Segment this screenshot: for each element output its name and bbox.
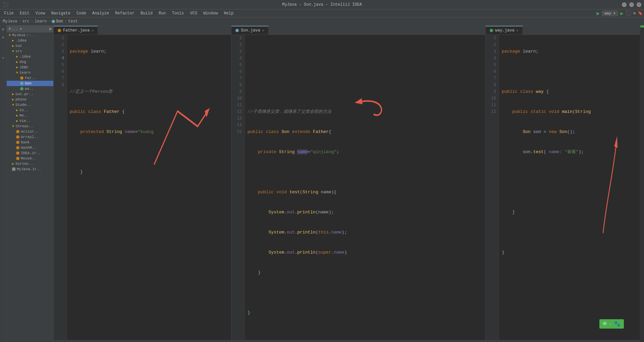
sidebar-stude[interactable]: ▼ Stude.. <box>7 102 53 108</box>
structure-icon[interactable]: ≡ <box>2 36 4 40</box>
ln4: 4 <box>54 55 64 62</box>
father-code-area[interactable]: 1 2 3 4 5 6 7 8 package learn; // <box>54 35 231 340</box>
sidebar-hash[interactable]: HashM.. <box>7 145 53 150</box>
maximize-button[interactable]: □ <box>629 2 634 7</box>
close-button[interactable]: ✕ <box>637 2 641 7</box>
wln3: 3 <box>486 48 496 55</box>
sidebar-idea2[interactable]: ▶ .idea <box>7 54 53 59</box>
father-tab-icon <box>58 29 61 32</box>
menu-build[interactable]: Build <box>138 10 155 16</box>
sidebar-action[interactable]: Actior.. <box>7 129 53 134</box>
son-code-area[interactable]: 1 2 3 4 5 6 7 8 9 10 11 12 13 <box>231 35 485 340</box>
father-code[interactable]: package learn; //定义一个Person类 public clas… <box>67 35 231 340</box>
menu-vcs[interactable]: VCS <box>187 10 200 16</box>
window-controls[interactable]: ─ □ ✕ <box>622 2 641 7</box>
sln14: 14 <box>231 122 242 129</box>
father-scrollbar[interactable] <box>54 340 231 342</box>
run-icon[interactable]: ▶ <box>596 10 600 17</box>
tab-father[interactable]: Father.java ✕ <box>54 26 98 35</box>
debug-btn[interactable]: ⬛ <box>626 10 631 16</box>
run-config[interactable]: way ▾ <box>602 10 618 16</box>
minimize-button[interactable]: ─ <box>622 2 627 7</box>
breadcrumb-learn[interactable]: learn <box>35 19 47 24</box>
menu-tools[interactable]: Tools <box>169 10 187 16</box>
bookmark-btn[interactable]: 🔖 <box>638 11 643 16</box>
menu-edit[interactable]: Edit <box>17 10 32 16</box>
tab-way[interactable]: way.java ✕ <box>486 26 523 35</box>
tab-son[interactable]: Son.java ✕ <box>231 26 269 35</box>
sidebar-out[interactable]: ▶ out <box>7 43 53 49</box>
way-scrollbar[interactable] <box>486 340 640 342</box>
sidebar-me-label: Me.. <box>19 114 28 118</box>
sidebar-me[interactable]: ▶ Me.. <box>7 113 53 118</box>
settings-btn[interactable]: ⚙ <box>633 11 636 16</box>
sidebar-way[interactable]: wa.. <box>7 86 53 91</box>
sidebar-bank-label: bank <box>21 140 30 144</box>
sidebar-dog[interactable]: ▶ dog <box>7 59 53 65</box>
sidebar-learn[interactable]: ▼ learn <box>7 70 53 75</box>
sidebar-stude-label: Stude.. <box>15 103 31 107</box>
way-code-area[interactable]: 1 2 3 4 5 6 7 8 9 10 11 12 <box>486 35 640 340</box>
folder-icon: ▼ <box>12 125 14 128</box>
sidebar-son-label: Son <box>25 81 32 85</box>
menu-analyze[interactable]: Analyze <box>90 10 112 16</box>
project-header-btn[interactable]: ⚙ <box>49 27 51 31</box>
sidebar-father[interactable]: Fat.. <box>7 75 53 81</box>
java-icon-son <box>20 82 23 85</box>
sidebar-vie[interactable]: ▶ Vie.. <box>7 118 53 124</box>
father-tab-close[interactable]: ✕ <box>92 28 94 32</box>
sln1: 1 <box>231 35 242 42</box>
java-icon <box>16 135 19 139</box>
menu-help[interactable]: Help <box>221 10 236 16</box>
title-bar: ⬛ MyJava - Son.java - IntelliJ IDEA ─ □ … <box>0 0 644 9</box>
project-icon[interactable]: P <box>2 28 4 32</box>
project-header: P... ▾ ⚙ <box>7 25 53 32</box>
breadcrumb-src[interactable]: src <box>22 19 30 24</box>
sidebar-hash-label: HashM.. <box>21 146 36 150</box>
son-scrollbar[interactable] <box>231 340 485 342</box>
son-tab-close[interactable]: ✕ <box>262 28 264 32</box>
favorites-icon[interactable]: ★ <box>2 56 4 60</box>
wln11: 11 <box>486 102 496 109</box>
ln8: 8 <box>54 82 64 88</box>
sidebar-son[interactable]: Son <box>7 81 53 86</box>
way-code[interactable]: package learn; public class way { public… <box>499 35 640 340</box>
menu-code[interactable]: Code <box>74 10 89 16</box>
ime-icon: 🐾 <box>614 321 621 327</box>
menu-refactor[interactable]: Refactor <box>112 10 137 16</box>
ln1: 1 <box>54 35 64 42</box>
sidebar-threac[interactable]: ▼ threac.. <box>7 124 53 129</box>
sidebar-co[interactable]: ▶ Co.. <box>7 108 53 113</box>
way-tab-close[interactable]: ✕ <box>517 28 519 32</box>
breadcrumb-myjava[interactable]: MyJava <box>3 19 17 24</box>
sidebar-src-label: src <box>15 49 22 53</box>
sidebar-array[interactable]: Arrayl.. <box>7 134 53 140</box>
sidebar-idea3[interactable]: IDEA.ir.. <box>7 150 53 156</box>
menu-navigate[interactable]: Navigate <box>48 10 73 16</box>
menu-file[interactable]: File <box>1 10 16 16</box>
father-line-numbers: 1 2 3 4 5 6 7 8 <box>54 35 67 340</box>
sln12: 12 <box>231 109 242 115</box>
sidebar-jdbc[interactable]: ▶ JDBC <box>7 65 53 70</box>
sidebar-myjavafile[interactable]: MyJava.ir.. <box>7 166 53 172</box>
son-code[interactable]: //子类继承父类，就继承了父类全部的方法 public class Son ex… <box>245 35 485 340</box>
sidebar-myjava[interactable]: ▼ MyJava E/... <box>7 32 53 38</box>
sidebar-sortec[interactable]: ▶ Sortec.. <box>7 161 53 166</box>
sidebar-idea2-label: .idea <box>19 55 31 59</box>
son-tab-label: Son.java <box>241 28 260 33</box>
sidebar-bank[interactable]: bank <box>7 140 53 145</box>
sidebar-outpr[interactable]: ▶ out.pr.. <box>7 91 53 97</box>
breadcrumb-test[interactable]: test <box>68 19 78 24</box>
sidebar-phone[interactable]: ▶ phone <box>7 97 53 102</box>
menu-window[interactable]: Window <box>201 10 220 16</box>
sidebar-src[interactable]: ▼ src <box>7 49 53 54</box>
sidebar-mouse[interactable]: Mouse.. <box>7 156 53 161</box>
menu-view[interactable]: View <box>33 10 48 16</box>
editor-area: Father.java ✕ 1 2 3 4 5 6 7 <box>54 25 640 342</box>
sidebar-dog-label: dog <box>19 60 26 64</box>
sidebar-idea[interactable]: ▶ .idea <box>7 38 53 43</box>
run-btn[interactable]: ▶ <box>620 10 624 17</box>
sidebar-idea3-label: IDEA.ir.. <box>21 151 41 155</box>
breadcrumb-son[interactable]: Son <box>56 19 63 24</box>
menu-run[interactable]: Run <box>156 10 169 16</box>
